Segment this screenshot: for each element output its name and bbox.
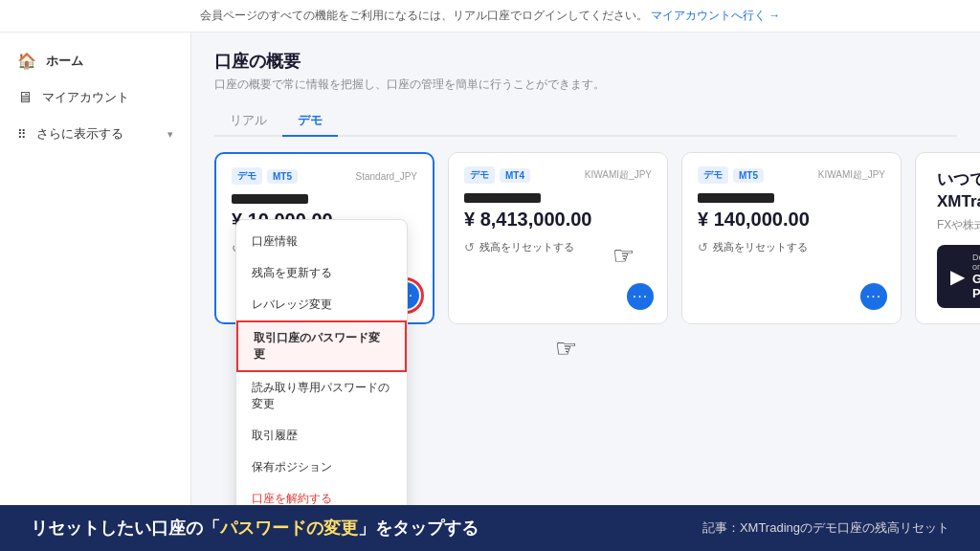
- account-card-2: デモ MT4 KIWAMI超_JPY ¥ 8,413,000.00 ↺ 残高をリ…: [448, 152, 668, 324]
- reset-icon-3: ↺: [698, 240, 708, 254]
- promo-text: いつでもどこでもXMTradingアプリで取引 FXや株式、金属、その他を取引 …: [937, 168, 980, 308]
- badge-demo-1: デモ: [232, 167, 262, 185]
- content-area: 口座の概要 口座の概要で常に情報を把握し、口座の管理を簡単に行うことができます。…: [191, 33, 980, 505]
- card-balance-2: ¥ 8,413,000.00: [464, 209, 652, 231]
- bottom-bar-text1: リセットしたい口座の「: [31, 518, 220, 538]
- more-button-2[interactable]: ···: [627, 283, 654, 310]
- sidebar: 🏠 ホーム 🖥 マイアカウント ⠿ さらに表示する ▾: [0, 33, 191, 505]
- bottom-bar-text2: 」をタップする: [358, 518, 479, 538]
- card-balance-3: ¥ 140,000.00: [698, 209, 885, 231]
- dropdown-close-account[interactable]: 口座を解約する: [236, 483, 407, 505]
- sidebar-item-more[interactable]: ⠿ さらに表示する ▾: [0, 116, 190, 152]
- cards-row: デモ MT5 Standard_JPY ¥ 10,000.00 ↺ 残高をリセッ…: [214, 152, 957, 324]
- card-account-type-1: Standard_JPY: [356, 171, 418, 182]
- card-header-1: デモ MT5 Standard_JPY: [232, 167, 417, 185]
- badge-demo-3: デモ: [698, 166, 728, 184]
- dropdown-open-positions[interactable]: 保有ポジション: [236, 452, 407, 483]
- card-reset-2[interactable]: ↺ 残高をリセットする: [464, 240, 652, 254]
- bottom-bar-title: リセットしたい口座の「パスワードの変更」をタップする: [31, 517, 479, 540]
- banner-text: 会員ページのすべての機能をご利用になるには、リアル口座でログインしてください。: [200, 9, 648, 22]
- tab-demo[interactable]: デモ: [282, 106, 338, 137]
- sidebar-item-label: ホーム: [46, 53, 83, 70]
- badge-demo-2: デモ: [464, 166, 495, 184]
- dropdown-menu: 口座情報 残高を更新する レバレッジ変更 取引口座のパスワード変更 読み取り専用…: [235, 219, 408, 505]
- banner-link[interactable]: マイアカウントへ行く →: [651, 9, 780, 22]
- badge-type-1: MT5: [267, 169, 298, 184]
- myaccount-icon: 🖥: [17, 89, 33, 106]
- grid-icon: ⠿: [17, 127, 27, 142]
- reset-icon-2: ↺: [464, 240, 475, 254]
- card-header-2: デモ MT4 KIWAMI超_JPY: [464, 166, 652, 184]
- tab-real[interactable]: リアル: [214, 106, 282, 137]
- promo-title: いつでもどこでもXMTradingアプリで取引: [937, 168, 980, 212]
- dropdown-update-balance[interactable]: 残高を更新する: [236, 257, 407, 289]
- account-card-3: デモ MT5 KIWAMI超_JPY ¥ 140,000.00 ↺ 残高をリセッ…: [681, 152, 902, 324]
- page-subtitle: 口座の概要で常に情報を把握し、口座の管理を簡単に行うことができます。: [214, 77, 957, 93]
- page-title: 口座の概要: [214, 50, 957, 73]
- tabs: リアル デモ: [214, 106, 957, 137]
- card-account-number-3: [698, 193, 774, 203]
- dropdown-change-password[interactable]: 取引口座のパスワード変更: [236, 320, 407, 372]
- sidebar-item-label: マイアカウント: [42, 89, 129, 106]
- chevron-down-icon: ▾: [167, 128, 173, 141]
- google-play-big-text: Google Play: [972, 272, 980, 300]
- bottom-bar-note: 記事：XMTradingのデモ口座の残高リセット: [702, 519, 949, 537]
- google-play-button[interactable]: ▶ Download on the Google Play: [937, 245, 980, 308]
- sidebar-item-myaccount[interactable]: 🖥 マイアカウント: [0, 79, 190, 116]
- card-account-number-1: [232, 194, 308, 204]
- badge-type-2: MT4: [500, 168, 530, 183]
- card-account-type-3: KIWAMI超_JPY: [818, 168, 885, 182]
- bottom-bar: リセットしたい口座の「パスワードの変更」をタップする 記事：XMTradingの…: [0, 505, 980, 551]
- cursor-icon-2: ☞: [555, 334, 577, 364]
- top-banner: 会員ページのすべての機能をご利用になるには、リアル口座でログインしてください。 …: [0, 0, 980, 33]
- account-card-1: デモ MT5 Standard_JPY ¥ 10,000.00 ↺ 残高をリセッ…: [214, 152, 434, 324]
- more-button-3[interactable]: ···: [860, 283, 887, 310]
- card-reset-3[interactable]: ↺ 残高をリセットする: [698, 240, 885, 254]
- badge-type-3: MT5: [733, 168, 764, 183]
- home-icon: 🏠: [17, 52, 36, 70]
- dropdown-account-info[interactable]: 口座情報: [236, 226, 407, 257]
- store-buttons: ▶ Download on the Google Play Download o…: [937, 245, 980, 308]
- card-header-3: デモ MT5 KIWAMI超_JPY: [698, 166, 885, 184]
- sidebar-item-label: さらに表示する: [36, 125, 123, 143]
- card-account-type-2: KIWAMI超_JPY: [585, 168, 652, 182]
- promo-subtitle: FXや株式、金属、その他を取引: [937, 217, 980, 233]
- dropdown-trade-history[interactable]: 取引履歴: [236, 420, 407, 452]
- card-account-number-2: [464, 193, 541, 203]
- dropdown-leverage-change[interactable]: レバレッジ変更: [236, 289, 407, 320]
- google-play-icon: ▶: [950, 265, 965, 288]
- sidebar-item-home[interactable]: 🏠 ホーム: [0, 42, 190, 79]
- google-play-small-text: Download on the: [972, 253, 980, 272]
- promo-card: いつでもどこでもXMTradingアプリで取引 FXや株式、金属、その他を取引 …: [915, 152, 980, 324]
- main-layout: 🏠 ホーム 🖥 マイアカウント ⠿ さらに表示する ▾ 口座の概要 口座の概要で…: [0, 33, 980, 505]
- dropdown-readonly-password[interactable]: 読み取り専用パスワードの変更: [236, 372, 407, 420]
- bottom-bar-highlight: パスワードの変更: [220, 518, 358, 538]
